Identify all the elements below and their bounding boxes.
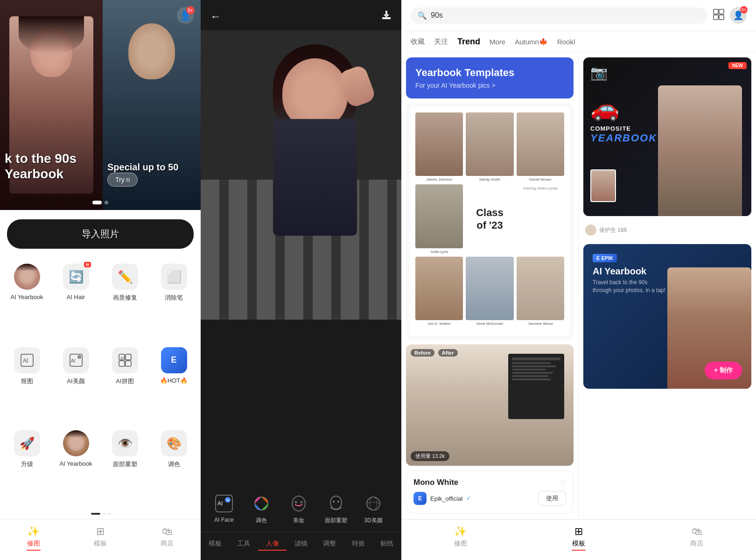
photo-name-3: Daniel Brown: [529, 177, 552, 182]
photo-cell-2: Sandy Smith: [466, 112, 513, 182]
svg-text:AI: AI: [217, 500, 223, 507]
p3-nav-retouching[interactable]: ✨ 修图: [401, 525, 519, 551]
back-button[interactable]: ←: [210, 10, 221, 23]
tools-dot-active[interactable]: [91, 513, 100, 515]
hero-overlay-text: k to the 90s Yearbook: [5, 151, 77, 182]
tab-autumn[interactable]: Autumn🍁: [515, 36, 548, 48]
photo-cell-8: Drew McDonald: [466, 257, 513, 326]
cutout-icon: AI: [14, 347, 40, 373]
carousel-dot-1[interactable]: [92, 201, 102, 204]
download-button[interactable]: [381, 9, 392, 23]
p1-nav-template-label: 模板: [94, 539, 107, 548]
mono-white-footer: E Epik_official ✓ 使用: [413, 491, 566, 506]
mono-white-card[interactable]: Mono White ♡ E Epik_official ✓ 使用: [406, 470, 574, 513]
photo-8: [466, 257, 513, 320]
tool-color-adjust[interactable]: 🎨 调色: [149, 425, 198, 508]
tool-bar-ai-beauty[interactable]: AI AI美: [397, 493, 401, 525]
tool-ai-beauty[interactable]: AI AI美颜: [51, 342, 100, 425]
cafe-before-after-card[interactable]: Before After 使用量 13.2k: [406, 344, 574, 466]
face-reshape-icon-bar: [326, 493, 346, 514]
tool-face-reshape[interactable]: 👁️ 面部重塑: [100, 425, 149, 508]
tool-bar-ai-face[interactable]: AI N AI Face: [210, 493, 238, 525]
tab-favorites[interactable]: 收藏: [411, 35, 425, 48]
composite-text: COMPOSITE: [590, 125, 657, 132]
tool-label-ai-yearbook-2: AI Yearbook: [59, 460, 92, 467]
panel3-header: 🔍 90s 👤 9+: [401, 0, 756, 31]
svg-point-18: [330, 496, 342, 509]
ai-yearbook-icon-1: [14, 264, 40, 290]
tab-trend[interactable]: Trend: [457, 35, 480, 49]
tab-following[interactable]: 关注: [434, 35, 448, 48]
tool-epik-hot[interactable]: E 🔥HOT🔥: [149, 342, 198, 425]
hero-try-button[interactable]: Try n: [107, 173, 138, 187]
carousel-dot-2[interactable]: [105, 201, 108, 204]
search-bar[interactable]: 🔍 90s: [411, 7, 707, 24]
color-adjust-icon: 🎨: [161, 430, 187, 456]
tool-bar-face-reshape-label: 面部重塑: [325, 517, 347, 525]
yearbook-photo-grid-card[interactable]: James Johnson Sandy Smith Daniel Brown: [406, 103, 574, 340]
chalkboard-menu: [508, 354, 564, 419]
tool-bar-3d-beauty[interactable]: 3D美颜: [359, 493, 387, 525]
p1-nav-retouching-label: 修图: [27, 539, 40, 548]
yearbook-template-card[interactable]: Yearbook Templates For your AI Yearbook …: [406, 57, 574, 98]
tools-dot-2[interactable]: [108, 513, 110, 515]
p1-nav-store-label: 商店: [161, 539, 174, 548]
tool-erase-pen[interactable]: ⬜ 消除笔: [149, 258, 198, 342]
p2-nav-adjust[interactable]: 调整: [315, 538, 344, 551]
p2-nav-stickers[interactable]: 贴纸: [373, 538, 401, 551]
p1-nav-template[interactable]: ⊞ 模板: [67, 525, 133, 551]
svg-point-16: [294, 501, 297, 504]
tool-bar-color[interactable]: 调色: [247, 493, 275, 525]
small-photo: [590, 169, 616, 202]
photo-name-9: Jasmine Wood: [528, 322, 553, 326]
yearbook-collage-card[interactable]: 🚗 📷 COMPOSITE YEARBOOK NEW: [583, 57, 751, 216]
collage-background: 🚗 📷 COMPOSITE YEARBOOK: [583, 57, 751, 216]
tool-label-upgrade: 升级: [21, 460, 33, 469]
p2-nav-filter[interactable]: 滤镜: [287, 538, 315, 551]
panel3-tabs: 收藏 关注 Trend More Autumn🍁 Rookl: [401, 31, 756, 53]
ai-yearbook-icon-2: [63, 430, 89, 456]
p2-nav-tools-label: 工具: [237, 539, 250, 547]
collage-person-image: [658, 85, 742, 216]
tool-image-restore[interactable]: ✏️ 画质修复: [100, 258, 149, 342]
mono-white-heart[interactable]: ♡: [560, 478, 566, 487]
ai-yearbook-promo-card[interactable]: E EPIK AI Yearbook Travel back to the 90…: [583, 244, 751, 389]
hero-slide2[interactable]: Special up to 50 Try n: [103, 0, 201, 210]
ai-beauty-icon-bar: AI: [400, 493, 401, 514]
expand-icon[interactable]: [712, 8, 725, 23]
panel1-bottom-nav: ✨ 修图 ⊞ 模板 🛍 商店: [0, 519, 201, 560]
tab-more[interactable]: More: [490, 36, 505, 48]
tool-cutout[interactable]: AI 抠图: [2, 342, 51, 425]
import-photo-button[interactable]: 导入照片: [7, 219, 194, 249]
tool-ai-collage[interactable]: AI AI拼图: [100, 342, 149, 425]
mono-white-use-button[interactable]: 使用: [538, 491, 566, 506]
p1-nav-retouching[interactable]: ✨ 修图: [0, 525, 67, 551]
notification-icon[interactable]: 👤 9+: [177, 7, 194, 24]
p2-nav-tools[interactable]: 工具: [229, 538, 258, 551]
tool-upgrade[interactable]: 🚀 升级: [2, 425, 51, 508]
tool-bar: AI N AI Face: [201, 486, 401, 532]
photo-name-2: Sandy Smith: [479, 177, 500, 182]
tools-dot-1[interactable]: [103, 513, 105, 515]
tool-ai-yearbook-1[interactable]: AI Yearbook: [2, 258, 51, 342]
p3-nav-store[interactable]: 🛍 商店: [638, 525, 756, 551]
tool-ai-yearbook-2[interactable]: AI Yearbook: [51, 425, 100, 508]
p2-nav-effects[interactable]: 特效: [344, 538, 372, 551]
photo-cell-9: Jasmine Wood: [517, 257, 564, 326]
p3-nav-template[interactable]: ⊞ 模板: [519, 525, 637, 551]
yearbook-template-subtitle: For your AI Yearbook pics >: [415, 82, 564, 89]
mono-white-title: Mono White: [413, 478, 458, 487]
svg-point-21: [367, 497, 380, 510]
tool-ai-hair[interactable]: 🔄 N AI Hair: [51, 258, 100, 342]
p2-nav-template[interactable]: 模板: [201, 538, 229, 551]
user-avatar[interactable]: 👤 9+: [730, 7, 747, 24]
make-button[interactable]: + 制作: [705, 362, 742, 379]
tool-bar-face-reshape[interactable]: 面部重塑: [322, 493, 350, 525]
new-tag: NEW: [728, 62, 747, 69]
panel2-main-image: [201, 30, 401, 320]
p1-nav-store[interactable]: 🛍 商店: [134, 525, 201, 551]
p2-nav-portrait[interactable]: 人像: [258, 538, 287, 551]
tool-bar-makeup[interactable]: 美妆: [285, 493, 313, 525]
tab-rooki[interactable]: Rookl: [557, 36, 575, 48]
hero-slide1[interactable]: k to the 90s Yearbook: [0, 0, 103, 210]
